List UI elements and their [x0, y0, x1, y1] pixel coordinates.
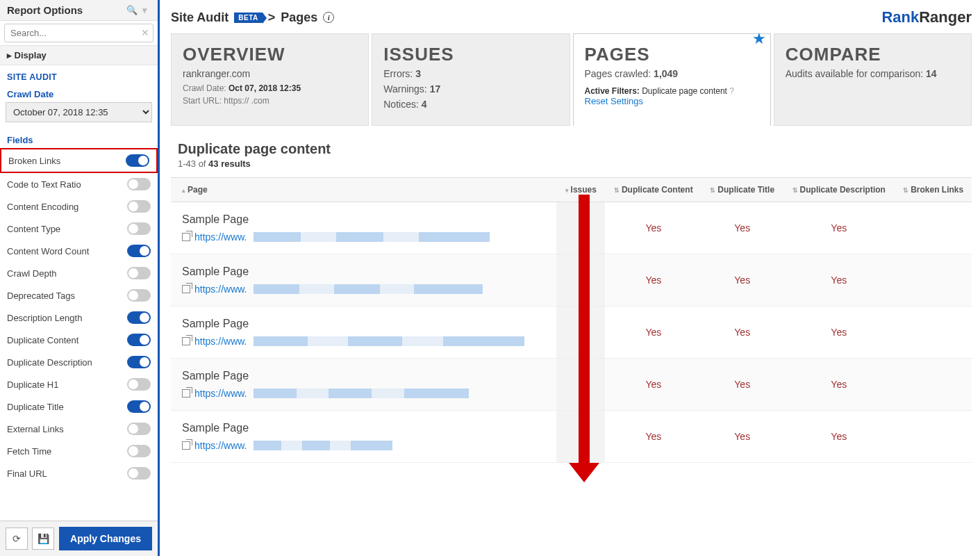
- clear-icon[interactable]: ✕: [141, 27, 149, 38]
- page-url[interactable]: https://www.: [182, 440, 551, 451]
- field-row: Deprecated Tags: [0, 284, 158, 306]
- field-row: External Links: [0, 418, 158, 440]
- field-toggle[interactable]: [127, 200, 151, 213]
- page-cell: Sample Pagehttps://www.: [171, 411, 556, 463]
- issues-warnings: Warnings: 17: [383, 83, 558, 95]
- external-link-icon: [182, 285, 190, 293]
- field-row: Duplicate H1: [0, 373, 158, 395]
- field-label: Duplicate Title: [7, 402, 127, 412]
- page-url[interactable]: https://www.: [182, 284, 551, 295]
- table-row: Sample Pagehttps://www.6YesYesYes: [171, 411, 972, 463]
- info-icon[interactable]: i: [323, 12, 334, 23]
- field-toggle[interactable]: [126, 154, 149, 167]
- field-label: Duplicate H1: [7, 379, 127, 390]
- sidebar-header: Report Options 🔍 ▾: [0, 0, 158, 21]
- collapse-icon[interactable]: ▾: [138, 5, 151, 15]
- results-header: Duplicate page content 1-43 of 43 result…: [171, 141, 972, 169]
- field-label: Final URL: [7, 468, 127, 479]
- field-row: Duplicate Content: [0, 329, 158, 351]
- page-title: Sample Page: [182, 213, 551, 226]
- results-title: Duplicate page content: [178, 141, 972, 157]
- field-label: Fetch Time: [7, 446, 127, 457]
- page-cell: Sample Pagehttps://www.: [171, 254, 556, 306]
- star-icon[interactable]: ★: [752, 30, 766, 48]
- col-dup-content[interactable]: ⇅Duplicate Content: [605, 178, 701, 202]
- card-compare[interactable]: COMPARE Audits available for comparison:…: [774, 33, 972, 126]
- broken-links-cell: [895, 254, 972, 306]
- card-overview[interactable]: OVERVIEW rankranger.com Crawl Date: Oct …: [171, 33, 369, 126]
- external-link-icon: [182, 337, 190, 345]
- field-toggle[interactable]: [127, 467, 151, 480]
- dup-title-cell: Yes: [701, 202, 783, 254]
- field-toggle[interactable]: [127, 378, 151, 391]
- external-link-icon: [182, 233, 190, 241]
- breadcrumb-sep: >: [268, 10, 276, 25]
- results-count: 1-43 of 43 results: [178, 158, 972, 169]
- dup-desc-cell: Yes: [783, 359, 895, 411]
- dup-desc-cell: Yes: [783, 254, 895, 306]
- breadcrumb: Site Audit BETA > Pages i RankRanger: [171, 6, 972, 33]
- external-link-icon: [182, 389, 190, 398]
- crawl-date-select[interactable]: October 07, 2018 12:35: [6, 102, 152, 122]
- page-url[interactable]: https://www.: [182, 231, 551, 243]
- field-toggle[interactable]: [127, 245, 151, 257]
- card-issues[interactable]: ISSUES Errors: 3 Warnings: 17 Notices: 4: [372, 33, 570, 126]
- pages-crawled: Pages crawled: 1,049: [585, 68, 759, 79]
- refresh-button[interactable]: ⟳: [6, 528, 28, 550]
- field-toggle[interactable]: [127, 400, 151, 413]
- field-row: Code to Text Ratio: [0, 173, 158, 195]
- display-section[interactable]: ▸ Display: [0, 46, 158, 65]
- field-toggle[interactable]: [127, 222, 151, 235]
- field-label: Broken Links: [8, 156, 126, 166]
- external-link-icon: [182, 441, 190, 450]
- sidebar-footer: ⟳ 💾 Apply Changes: [0, 521, 158, 556]
- reset-settings-link[interactable]: Reset Settings: [585, 96, 759, 106]
- apply-button[interactable]: Apply Changes: [59, 527, 152, 550]
- field-toggle[interactable]: [127, 267, 151, 279]
- page-title: Sample Page: [182, 422, 551, 434]
- save-button[interactable]: 💾: [32, 528, 54, 550]
- page-url[interactable]: https://www.: [182, 336, 551, 347]
- overview-start-url: Start URL: https:// .com: [183, 96, 357, 106]
- dup-title-cell: Yes: [701, 306, 783, 359]
- field-toggle[interactable]: [127, 311, 151, 324]
- field-toggle[interactable]: [127, 178, 151, 190]
- search-icon[interactable]: 🔍: [126, 5, 138, 15]
- page-cell: Sample Pagehttps://www.: [171, 359, 556, 411]
- page-title: Sample Page: [182, 318, 551, 330]
- overview-crawl-date: Crawl Date: Oct 07, 2018 12:35: [183, 83, 357, 93]
- field-toggle[interactable]: [127, 334, 151, 346]
- field-row: Content Word Count: [0, 240, 158, 262]
- field-toggle[interactable]: [127, 356, 151, 368]
- dup-content-cell: Yes: [605, 306, 701, 359]
- search-input[interactable]: [4, 24, 153, 42]
- col-dup-desc[interactable]: ⇅Duplicate Description: [783, 178, 895, 202]
- active-filters: Active Filters: Duplicate page content ?: [585, 86, 759, 96]
- table-row: Sample Pagehttps://www.7YesYesYes: [171, 254, 972, 306]
- site-audit-label: SITE AUDIT: [0, 65, 158, 83]
- dup-desc-cell: Yes: [783, 202, 895, 254]
- card-pages[interactable]: ★ PAGES Pages crawled: 1,049 Active Filt…: [573, 33, 771, 126]
- page-url[interactable]: https://www.: [182, 388, 551, 399]
- issues-errors: Errors: 3: [383, 68, 558, 79]
- field-label: Crawl Depth: [7, 268, 127, 279]
- table-row: Sample Pagehttps://www.7YesYesYes: [171, 306, 972, 359]
- col-page[interactable]: ▴Page: [171, 178, 556, 202]
- dup-desc-cell: Yes: [783, 411, 895, 463]
- breadcrumb-page: Pages: [281, 10, 317, 25]
- field-row: Duplicate Title: [0, 395, 158, 418]
- col-broken-links[interactable]: ⇅Broken Links: [895, 178, 972, 202]
- field-label: Content Encoding: [7, 202, 127, 212]
- page-cell: Sample Pagehttps://www.: [171, 306, 556, 359]
- field-label: Content Word Count: [7, 246, 127, 256]
- field-toggle[interactable]: [127, 423, 151, 435]
- compare-count: Audits available for comparison: 14: [786, 68, 960, 79]
- field-toggle[interactable]: [127, 445, 151, 457]
- field-label: External Links: [7, 424, 127, 434]
- col-dup-title[interactable]: ⇅Duplicate Title: [701, 178, 783, 202]
- field-toggle[interactable]: [127, 289, 151, 302]
- crawl-date-label: Crawl Date: [0, 83, 158, 102]
- annotation-arrow: [579, 195, 590, 466]
- dup-title-cell: Yes: [701, 359, 783, 411]
- dup-content-cell: Yes: [605, 254, 701, 306]
